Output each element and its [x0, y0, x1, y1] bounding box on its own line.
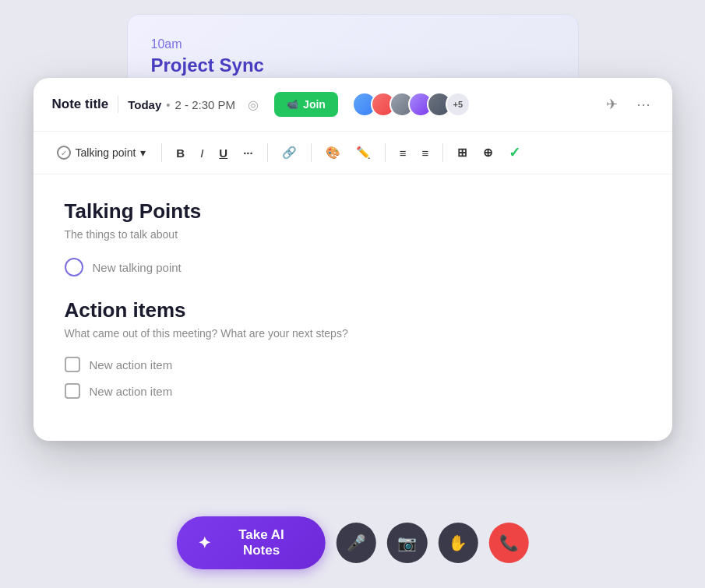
color-button[interactable]: 🎨	[319, 141, 347, 164]
toolbar: ✓ Talking point ▾ B I U ··· 🔗 🎨 ✏️ ≡ ≡ ⊞…	[33, 132, 672, 174]
indent-button[interactable]: ≡	[393, 142, 413, 164]
dropdown-arrow-icon: ▾	[140, 146, 146, 159]
toolbar-separator-4	[385, 143, 386, 162]
camera-button[interactable]: 📷	[387, 523, 427, 563]
talking-point-text: New talking point	[93, 261, 182, 274]
link-button[interactable]: 🔗	[276, 141, 303, 164]
join-label: Join	[303, 98, 326, 111]
microphone-button[interactable]: 🎤	[337, 523, 376, 563]
join-button[interactable]: 📹 Join	[274, 92, 338, 117]
action-items-heading: Action items	[65, 298, 641, 322]
video-icon: 📹	[287, 99, 298, 110]
ai-icon: ✦	[198, 533, 211, 552]
talking-point-item: New talking point	[65, 258, 641, 276]
avatar-overflow-count: +5	[446, 92, 471, 117]
end-call-icon: 📞	[499, 533, 519, 552]
more-formatting-button[interactable]: ···	[237, 142, 259, 164]
add-button[interactable]: ⊕	[477, 141, 499, 164]
talking-point-label: Talking point	[76, 146, 136, 159]
table-button[interactable]: ⊞	[451, 141, 474, 164]
bottom-bar: ✦ Take AI Notes 🎤 📷 ✋ 📞	[176, 516, 529, 569]
confirm-button[interactable]: ✓	[502, 139, 527, 166]
calendar-time: 10am	[151, 37, 555, 51]
bold-button[interactable]: B	[170, 142, 191, 164]
hand-raise-button[interactable]: ✋	[438, 523, 478, 563]
pen-button[interactable]: ✏️	[350, 141, 377, 164]
note-card: Note title Today • 2 - 2:30 PM ◎ 📹 Join …	[33, 78, 672, 441]
underline-button[interactable]: U	[213, 142, 234, 164]
toolbar-separator-3	[311, 143, 312, 162]
action-item-text-1: New action item	[90, 358, 173, 371]
italic-button[interactable]: I	[194, 142, 210, 164]
send-button[interactable]: ✈	[603, 93, 621, 116]
talking-points-subtitle: The things to talk about	[65, 228, 641, 241]
end-call-button[interactable]: 📞	[488, 523, 528, 563]
header-bar: Note title Today • 2 - 2:30 PM ◎ 📹 Join …	[33, 78, 672, 132]
calendar-title: Project Sync	[151, 55, 555, 76]
target-icon: ◎	[248, 97, 259, 112]
date-info: Today • 2 - 2:30 PM	[128, 98, 235, 111]
time-range: 2 - 2:30 PM	[175, 98, 236, 111]
action-items-section: Action items What came out of this meeti…	[65, 298, 641, 399]
toolbar-separator-5	[442, 143, 443, 162]
more-options-button[interactable]: ⋯	[633, 93, 654, 116]
content-area: Talking Points The things to talk about …	[33, 174, 672, 441]
camera-icon: 📷	[397, 533, 417, 552]
avatars-group: +5	[352, 92, 471, 117]
header-actions: ✈ ⋯	[603, 93, 654, 116]
talking-points-heading: Talking Points	[65, 199, 641, 224]
microphone-icon: 🎤	[347, 533, 366, 552]
title-divider	[118, 96, 118, 113]
checkbox-2[interactable]	[65, 383, 80, 399]
dot-separator: •	[166, 98, 170, 111]
note-title: Note title	[52, 97, 109, 112]
action-item-1: New action item	[65, 357, 641, 372]
talking-point-selector[interactable]: ✓ Talking point ▾	[49, 141, 154, 164]
ai-notes-button[interactable]: ✦ Take AI Notes	[176, 516, 326, 569]
action-item-text-2: New action item	[90, 385, 173, 398]
ai-notes-label: Take AI Notes	[219, 527, 304, 558]
action-item-2: New action item	[65, 383, 641, 399]
outdent-button[interactable]: ≡	[415, 142, 435, 164]
date-today: Today	[128, 98, 161, 111]
hand-icon: ✋	[448, 533, 467, 552]
talking-point-circle-button[interactable]	[65, 258, 83, 276]
check-circle-icon: ✓	[57, 146, 71, 160]
talking-points-section: Talking Points The things to talk about …	[65, 199, 641, 276]
toolbar-separator-2	[267, 143, 268, 162]
action-items-subtitle: What came out of this meeting? What are …	[65, 327, 641, 340]
checkbox-1[interactable]	[65, 357, 80, 372]
toolbar-separator	[161, 143, 162, 162]
